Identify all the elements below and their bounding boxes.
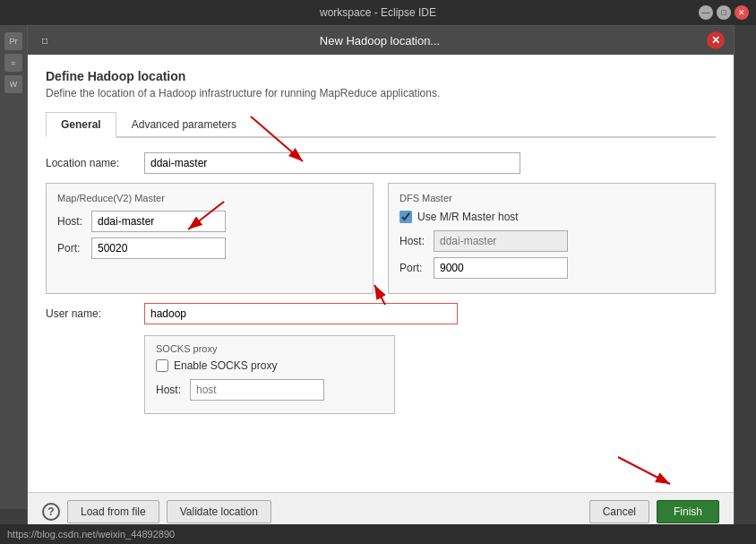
dialog-content: Define Hadoop location Define the locati… (28, 55, 734, 492)
location-name-label: Location name: (46, 157, 144, 169)
dialog-title: New Hadoop location... (53, 34, 707, 47)
statusbar-url: https://blog.csdn.net/weixin_44892890 (7, 529, 175, 540)
footer-right-buttons: Cancel Finish (589, 500, 719, 523)
sidebar-icon-eq[interactable]: = (4, 54, 22, 72)
dfs-port-row: Port: (399, 257, 704, 279)
mapreduce-box: Map/Reduce(V2) Master Host: Port: (46, 183, 374, 294)
socks-host-input[interactable] (190, 379, 324, 401)
mapreduce-port-label: Port: (57, 242, 91, 255)
socks-checkbox-label: Enable SOCKS proxy (174, 359, 277, 372)
minimize-button[interactable]: — (699, 5, 713, 20)
sidebar-icon-pr[interactable]: Pr (4, 32, 22, 50)
dialog-restore-button[interactable]: □ (37, 32, 53, 48)
dfs-port-input[interactable] (434, 257, 568, 279)
socks-checkbox-row: Enable SOCKS proxy (156, 359, 383, 372)
mapreduce-port-row: Port: (57, 237, 362, 259)
username-input[interactable] (144, 303, 458, 324)
location-name-row: Location name: (46, 152, 716, 174)
footer-left-buttons: Load from file Validate location (67, 500, 589, 523)
mapreduce-host-label: Host: (57, 215, 91, 228)
dfs-title: DFS Master (399, 193, 704, 203)
dialog-window: □ New Hadoop location... ✕ Define Hadoop… (27, 25, 735, 531)
close-button[interactable]: ✕ (735, 5, 749, 20)
dialog-header-title: Define Hadoop location (46, 69, 716, 83)
load-from-file-button[interactable]: Load from file (67, 500, 159, 523)
dfs-box: DFS Master Use M/R Master host Host: Por… (388, 183, 716, 294)
eclipse-sidebar: Pr = W (0, 25, 27, 509)
dialog-close-button[interactable]: ✕ (707, 31, 725, 49)
mapreduce-host-input[interactable] (91, 211, 226, 232)
mapreduce-port-input[interactable] (91, 237, 226, 259)
mapreduce-title: Map/Reduce(V2) Master (57, 193, 362, 203)
validate-location-button[interactable]: Validate location (167, 500, 271, 523)
socks-enable-checkbox[interactable] (156, 359, 168, 372)
eclipse-title: workspace - Eclipse IDE (320, 6, 436, 19)
maximize-button[interactable]: □ (717, 5, 731, 20)
dfs-host-input[interactable] (434, 230, 568, 252)
sidebar-icon-w[interactable]: W (4, 75, 22, 93)
socks-host-label: Host: (156, 384, 190, 396)
mapreduce-host-row: Host: (57, 211, 362, 232)
dfs-use-master-checkbox[interactable] (399, 211, 412, 223)
username-label: User name: (46, 307, 144, 320)
tabs-container: General Advanced parameters (46, 112, 716, 138)
dfs-port-label: Port: (399, 262, 434, 274)
dialog-titlebar: □ New Hadoop location... ✕ (28, 26, 734, 55)
dfs-host-label: Host: (399, 235, 434, 247)
dialog-header-desc: Define the location of a Hadoop infrastr… (46, 87, 716, 99)
username-row: User name: (46, 303, 716, 324)
eclipse-titlebar: workspace - Eclipse IDE — □ ✕ (0, 0, 756, 25)
finish-button[interactable]: Finish (657, 500, 719, 523)
help-button[interactable]: ? (42, 503, 60, 521)
cancel-button[interactable]: Cancel (589, 500, 649, 523)
socks-host-row: Host: (156, 379, 383, 401)
dfs-checkbox-row: Use M/R Master host (399, 211, 704, 223)
location-name-input[interactable] (144, 152, 520, 174)
two-col-section: Map/Reduce(V2) Master Host: Port: DFS Ma… (46, 183, 716, 294)
dfs-checkbox-label: Use M/R Master host (417, 211, 519, 223)
tab-general[interactable]: General (46, 112, 116, 138)
eclipse-statusbar: https://blog.csdn.net/weixin_44892890 (0, 524, 756, 544)
tab-advanced[interactable]: Advanced parameters (116, 112, 252, 138)
dfs-host-row: Host: (399, 230, 704, 252)
socks-title: SOCKS proxy (156, 343, 383, 354)
socks-box: SOCKS proxy Enable SOCKS proxy Host: (144, 335, 395, 414)
